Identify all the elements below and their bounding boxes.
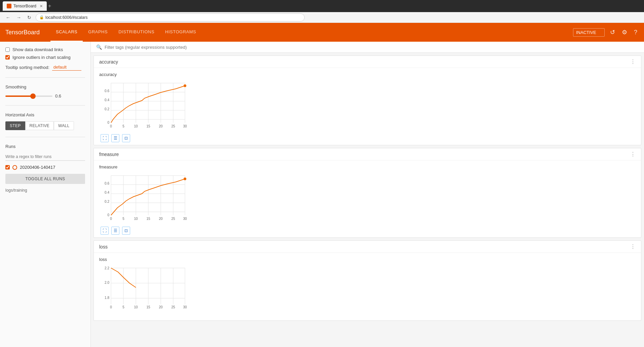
svg-text:2.2: 2.2: [105, 266, 109, 270]
help-button[interactable]: ?: [633, 28, 639, 37]
filter-tags-input[interactable]: [105, 45, 639, 50]
smoothing-value: 0.6: [55, 93, 65, 99]
svg-text:10: 10: [134, 305, 138, 309]
settings-button[interactable]: ⚙: [620, 27, 629, 37]
chart-title-accuracy: accuracy: [99, 72, 636, 77]
back-button[interactable]: ←: [4, 14, 12, 21]
svg-text:30: 30: [183, 217, 187, 221]
chart-section-title-loss: loss: [99, 244, 108, 249]
axis-section: Horizontal Axis STEP RELATIVE WALL: [5, 112, 85, 130]
browser-chrome: TensorBoard ✕ +: [0, 0, 644, 12]
divider-2: [5, 105, 85, 106]
smoothing-row: 0.6: [5, 93, 85, 99]
axis-step-button[interactable]: STEP: [5, 121, 25, 130]
chart-svg-loss: 2.2 2.0 1.8 0 5 10 15 20 25 30: [99, 265, 188, 317]
axis-wall-button[interactable]: WALL: [54, 121, 74, 130]
chart-more-button-accuracy[interactable]: ⋮: [630, 59, 636, 65]
status-select-wrapper: INACTIVE: [573, 28, 605, 37]
svg-point-47: [184, 178, 186, 180]
chart-download-button-accuracy[interactable]: ⊡: [122, 134, 130, 142]
nav-tab-distributions[interactable]: DISTRIBUTIONS: [113, 23, 160, 42]
refresh-button[interactable]: ↺: [609, 27, 616, 37]
svg-text:0: 0: [110, 124, 112, 128]
chart-data-button-accuracy[interactable]: ☰: [111, 134, 119, 142]
forward-button[interactable]: →: [15, 14, 23, 21]
svg-text:0.2: 0.2: [105, 200, 109, 203]
url-box[interactable]: 🔒 localhost:6006/#scalars: [36, 13, 305, 22]
app: TensorBoard SCALARS GRAPHS DISTRIBUTIONS…: [0, 23, 644, 347]
nav-tab-histograms[interactable]: HISTOGRAMS: [160, 23, 201, 42]
search-icon: 🔍: [96, 44, 102, 50]
run-label: 20200406-140417: [20, 165, 55, 170]
tooltip-sort-label: Tooltip sorting method:: [5, 65, 49, 70]
smoothing-title: Smoothing: [5, 84, 85, 89]
svg-text:0: 0: [107, 213, 109, 217]
url-text: localhost:6006/#scalars: [45, 15, 87, 20]
chart-more-button-loss[interactable]: ⋮: [630, 243, 636, 250]
run-circle-icon: [12, 165, 17, 170]
runs-section: Runs 20200406-140417 TOGGLE ALL RUNS log…: [5, 144, 85, 193]
tab-favicon: [7, 4, 11, 8]
chart-title-fmeasure: fmeasure: [99, 164, 636, 169]
runs-filter-input[interactable]: [5, 153, 85, 161]
run-item: 20200406-140417: [5, 163, 85, 171]
tooltip-row: Tooltip sorting method: default descendi…: [5, 64, 85, 71]
ignore-outliers-row[interactable]: Ignore outliers in chart scaling: [5, 55, 85, 60]
active-tab[interactable]: TensorBoard ✕: [3, 1, 47, 11]
tab-close-button[interactable]: ✕: [40, 4, 43, 8]
filter-bar: 🔍: [91, 42, 644, 53]
show-data-links-checkbox[interactable]: [5, 47, 10, 52]
svg-text:0.6: 0.6: [105, 89, 109, 93]
svg-text:0: 0: [110, 217, 112, 221]
svg-point-23: [184, 84, 186, 87]
toolbar-right: INACTIVE ↺ ⚙ ?: [573, 27, 639, 37]
chart-expand-button-accuracy[interactable]: ⛶: [101, 134, 109, 142]
new-tab-button[interactable]: +: [48, 3, 51, 9]
svg-text:10: 10: [134, 217, 138, 221]
svg-text:25: 25: [171, 305, 175, 309]
svg-text:0: 0: [110, 305, 112, 309]
svg-text:5: 5: [122, 305, 124, 309]
show-data-links-row[interactable]: Show data download links: [5, 47, 85, 52]
chart-area-accuracy: 0 0.2 0.4 0.6 0 5 10 15 20 25 30: [99, 80, 188, 132]
svg-text:30: 30: [183, 305, 187, 309]
status-select[interactable]: INACTIVE: [573, 28, 605, 37]
chart-data-button-fmeasure[interactable]: ☰: [111, 227, 119, 235]
chart-inner-accuracy: accuracy: [94, 68, 641, 145]
brand-logo: TensorBoard: [5, 29, 40, 36]
run-group-label: logs/training: [5, 188, 85, 193]
svg-text:30: 30: [183, 124, 187, 128]
run-checkbox[interactable]: [5, 165, 10, 169]
main-layout: Show data download links Ignore outliers…: [0, 42, 644, 347]
axis-relative-button[interactable]: RELATIVE: [25, 121, 54, 130]
svg-text:25: 25: [171, 217, 175, 221]
nav-tab-graphs[interactable]: GRAPHS: [83, 23, 113, 42]
svg-text:10: 10: [134, 124, 138, 128]
tooltip-sort-select[interactable]: default descending ascending nearest: [52, 64, 81, 71]
chart-svg-fmeasure: 0 0.2 0.4 0.6 0 5 10 15 20 25 30: [99, 172, 188, 224]
chart-svg-accuracy: 0 0.2 0.4 0.6 0 5 10 15 20 25 30: [99, 80, 188, 132]
divider-1: [5, 77, 85, 78]
svg-text:5: 5: [122, 124, 124, 128]
tab-bar: TensorBoard ✕ +: [3, 1, 51, 11]
chart-section-loss: loss ⋮ loss: [93, 240, 641, 321]
axis-title: Horizontal Axis: [5, 112, 85, 117]
chart-controls-accuracy: ⛶ ☰ ⊡: [99, 134, 636, 142]
axis-buttons: STEP RELATIVE WALL: [5, 121, 85, 130]
smoothing-slider[interactable]: [5, 95, 52, 97]
toggle-all-runs-button[interactable]: TOGGLE ALL RUNS: [5, 174, 85, 184]
chart-section-title-fmeasure: fmeasure: [99, 152, 119, 157]
svg-text:15: 15: [146, 124, 150, 128]
content-area: 🔍 accuracy ⋮ accuracy: [91, 42, 644, 347]
reload-button[interactable]: ↻: [26, 14, 33, 21]
nav-tabs: SCALARS GRAPHS DISTRIBUTIONS HISTOGRAMS: [50, 23, 573, 42]
svg-text:5: 5: [122, 217, 124, 221]
ignore-outliers-checkbox[interactable]: [5, 55, 10, 60]
chart-expand-button-fmeasure[interactable]: ⛶: [101, 227, 109, 235]
svg-text:15: 15: [146, 217, 150, 221]
svg-text:20: 20: [159, 124, 163, 128]
chart-more-button-fmeasure[interactable]: ⋮: [630, 151, 636, 157]
chart-area-fmeasure: 0 0.2 0.4 0.6 0 5 10 15 20 25 30: [99, 172, 188, 224]
chart-download-button-fmeasure[interactable]: ⊡: [122, 227, 130, 235]
nav-tab-scalars[interactable]: SCALARS: [50, 23, 83, 42]
